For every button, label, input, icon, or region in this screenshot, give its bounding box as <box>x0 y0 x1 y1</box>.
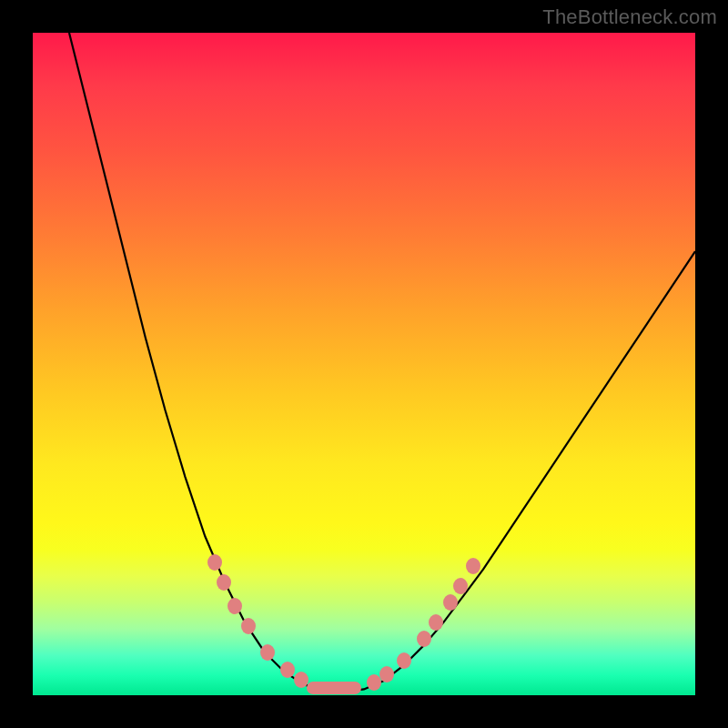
chart-plot-area <box>33 33 695 695</box>
marker-dot <box>443 594 458 611</box>
marker-dot <box>228 598 242 614</box>
watermark-text: TheBottleneck.com <box>542 5 717 29</box>
marker-dot <box>429 614 443 631</box>
marker-dot <box>294 672 308 688</box>
bottleneck-curve <box>33 33 695 695</box>
marker-dot <box>417 631 431 647</box>
marker-dot <box>379 666 394 682</box>
marker-dot <box>307 682 361 694</box>
marker-dot <box>217 574 231 591</box>
marker-dot <box>260 644 275 661</box>
marker-dot <box>397 652 411 669</box>
marker-dot <box>207 554 222 571</box>
marker-dot <box>453 578 468 594</box>
marker-dot <box>367 674 381 691</box>
marker-dot <box>241 618 256 634</box>
marker-dot <box>466 558 480 574</box>
marker-dot <box>280 662 295 678</box>
